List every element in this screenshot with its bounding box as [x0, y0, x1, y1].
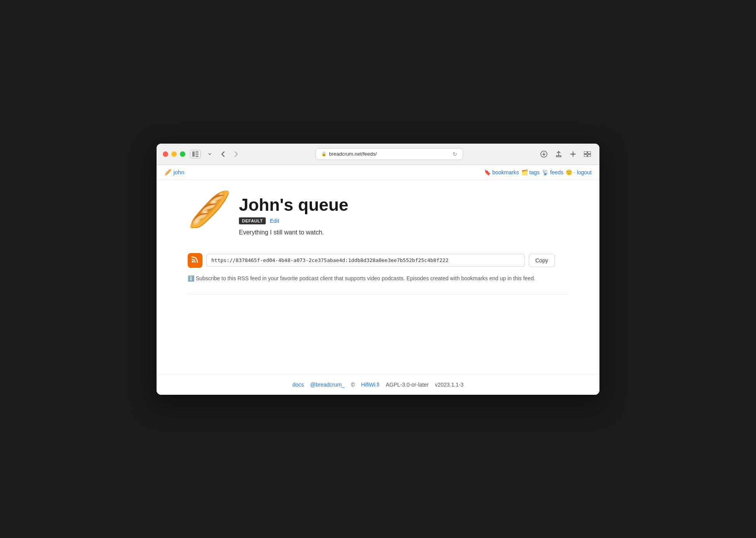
tab-overview-button[interactable] — [582, 150, 593, 158]
footer: docs @breadcrum_ © HifiWi.fi AGPL-3.0-or… — [157, 374, 599, 395]
rss-icon — [191, 255, 199, 265]
svg-rect-1 — [195, 151, 199, 153]
nav-left: 🥖 john — [164, 169, 185, 176]
version-footer-text: v2023.1.1-3 — [435, 382, 463, 388]
tags-emoji: 🗂️ — [521, 169, 528, 175]
feeds-emoji: 📡 — [542, 169, 549, 175]
content-divider — [188, 294, 568, 295]
nav-bar: 🥖 john 🔖 bookmarks 🗂️ tags 📡 feeds 🙂 · l… — [157, 165, 599, 180]
copyright-symbol: © — [351, 382, 355, 388]
user-nav-name: john — [173, 169, 184, 175]
logout-nav-link[interactable]: 🙂 · logout — [566, 169, 592, 175]
svg-rect-6 — [588, 151, 591, 154]
lock-icon: 🔒 — [321, 151, 327, 156]
main-content: 🥖 John's queue DEFAULT Edit Everything I… — [157, 180, 599, 374]
feed-info: John's queue DEFAULT Edit Everything I s… — [239, 196, 568, 245]
title-bar: 🔒 breadcrum.net/feeds/ ↻ — [157, 144, 599, 165]
svg-rect-2 — [195, 153, 199, 154]
sidebar-toggle-chevron[interactable] — [206, 151, 214, 158]
browser-window: 🔒 breadcrum.net/feeds/ ↻ 🥖 jo — [157, 144, 599, 395]
user-nav-link[interactable]: 🥖 john — [164, 169, 185, 175]
url-text: breadcrum.net/feeds/ — [329, 151, 377, 157]
feed-badges: DEFAULT Edit — [239, 217, 568, 224]
address-bar-container: 🔒 breadcrum.net/feeds/ ↻ — [245, 148, 533, 160]
traffic-lights — [163, 151, 185, 157]
title-bar-right — [538, 149, 593, 159]
close-button[interactable] — [163, 151, 168, 157]
svg-rect-7 — [584, 154, 587, 157]
bookmarks-nav-link[interactable]: 🔖 bookmarks — [484, 169, 519, 175]
smiley-emoji: 🙂 — [566, 169, 572, 175]
svg-rect-3 — [195, 156, 199, 157]
svg-rect-0 — [192, 151, 195, 157]
back-button[interactable] — [219, 149, 227, 159]
info-emoji: ℹ️ — [188, 275, 194, 281]
feed-header: 🥖 John's queue DEFAULT Edit Everything I… — [188, 196, 568, 245]
twitter-footer-link[interactable]: @breadcrum_ — [310, 382, 345, 388]
user-nav-emoji: 🥖 — [164, 169, 172, 175]
bookmarks-emoji: 🔖 — [484, 169, 491, 175]
download-button[interactable] — [538, 149, 550, 159]
rss-row: Copy — [188, 253, 568, 268]
tags-nav-link[interactable]: 🗂️ tags — [521, 169, 540, 175]
sidebar-toggle-button[interactable] — [190, 150, 201, 158]
maximize-button[interactable] — [180, 151, 185, 157]
rss-icon-box — [188, 253, 202, 268]
hifiwifi-footer-link[interactable]: HifiWi.fi — [361, 382, 379, 388]
new-tab-button[interactable] — [568, 149, 578, 159]
rss-url-input[interactable] — [206, 254, 525, 267]
svg-rect-8 — [588, 154, 591, 157]
default-badge: DEFAULT — [239, 217, 266, 224]
bookmarks-label: bookmarks — [492, 169, 519, 175]
feed-icon: 🥖 — [188, 192, 231, 227]
address-bar[interactable]: 🔒 breadcrum.net/feeds/ ↻ — [315, 148, 463, 160]
svg-rect-5 — [584, 151, 587, 154]
feed-description: Everything I still want to watch. — [239, 229, 568, 236]
info-text: ℹ️ Subscribe to this RSS feed in your fa… — [188, 274, 537, 283]
docs-footer-link[interactable]: docs — [293, 382, 304, 388]
svg-point-9 — [192, 261, 194, 263]
feed-title: John's queue — [239, 196, 568, 214]
minimize-button[interactable] — [171, 151, 177, 157]
forward-button[interactable] — [232, 149, 240, 159]
nav-right: 🔖 bookmarks 🗂️ tags 📡 feeds 🙂 · logout — [484, 169, 592, 175]
share-button[interactable] — [553, 149, 564, 159]
tags-label: tags — [530, 169, 540, 175]
copy-button[interactable]: Copy — [529, 254, 555, 267]
feeds-nav-link[interactable]: 📡 feeds — [542, 169, 563, 175]
logout-label: · logout — [574, 169, 592, 175]
refresh-icon[interactable]: ↻ — [453, 151, 457, 157]
info-text-content: Subscribe to this RSS feed in your favor… — [196, 275, 535, 281]
edit-link[interactable]: Edit — [270, 218, 279, 224]
feeds-label: feeds — [550, 169, 563, 175]
license-footer-text: AGPL-3.0-or-later — [386, 382, 429, 388]
